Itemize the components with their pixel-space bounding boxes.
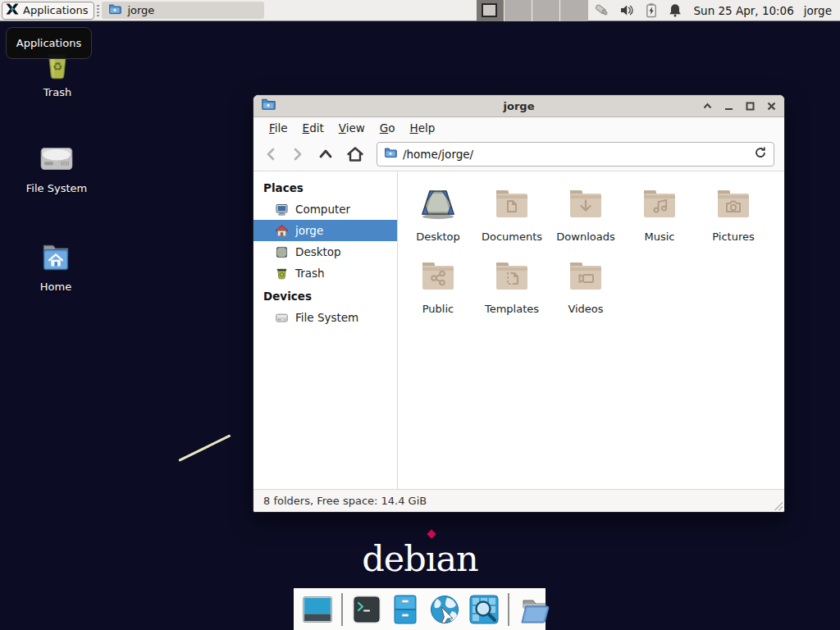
applications-tooltip-text: Applications (16, 37, 81, 49)
back-button[interactable] (263, 146, 278, 162)
toolbar: /home/jorge/ (253, 138, 784, 171)
reload-icon[interactable] (754, 146, 767, 162)
file-item-documents-label: Documents (482, 231, 542, 243)
file-view[interactable]: Desktop Documents (398, 171, 784, 489)
file-item-music-label: Music (645, 231, 675, 243)
sidebar-item-trash[interactable]: Trash (253, 262, 397, 284)
sidebar-item-computer-label: Computer (295, 203, 350, 216)
folder-video-icon (566, 256, 605, 295)
up-button[interactable] (317, 146, 334, 162)
window-controls (702, 101, 777, 112)
forward-button[interactable] (290, 146, 305, 162)
trash-mini-icon (275, 267, 289, 281)
file-item-public[interactable]: Public (401, 256, 475, 315)
path-folder-icon (384, 146, 397, 162)
sidebar-item-file-system-label: File System (295, 311, 358, 324)
debian-logo-left: deb (362, 538, 426, 579)
file-item-downloads-label: Downloads (556, 231, 614, 243)
system-tray (595, 2, 682, 18)
taskbar-window-label: jorge (127, 4, 154, 16)
file-cabinet-icon[interactable] (389, 593, 422, 626)
sidebar-item-desktop[interactable]: Desktop (253, 241, 397, 262)
desktop-icon-home-label: Home (11, 281, 101, 293)
menubar: File Edit View Go Help (253, 117, 784, 138)
hard-drive-mini-icon (275, 311, 289, 325)
statusbar-text: 8 folders, Free space: 14.4 GiB (263, 495, 427, 507)
file-item-documents[interactable]: Documents (475, 184, 549, 243)
workspace-window-preview (482, 3, 497, 17)
debian-logo: debıan (0, 541, 840, 577)
xorg-logo-icon (6, 2, 19, 18)
file-item-pictures-label: Pictures (712, 231, 754, 243)
file-item-videos[interactable]: Videos (549, 256, 623, 315)
desktop-mini-icon (275, 245, 289, 259)
close-button[interactable] (766, 101, 777, 112)
file-item-templates[interactable]: Templates (475, 256, 549, 315)
shade-button[interactable] (702, 101, 713, 112)
workspace-3[interactable] (532, 0, 560, 21)
workspace-1[interactable] (477, 0, 504, 21)
file-item-public-label: Public (422, 303, 454, 315)
path-input[interactable]: /home/jorge/ (403, 148, 748, 161)
debian-logo-right: an (436, 538, 477, 579)
resize-grip[interactable] (773, 500, 783, 510)
window-folder-icon[interactable] (261, 97, 276, 115)
menu-go[interactable]: Go (372, 121, 403, 135)
file-item-music[interactable]: Music (623, 184, 696, 243)
folder-document-icon (492, 184, 532, 223)
web-browser-icon[interactable] (427, 593, 462, 626)
workspace-4[interactable] (560, 0, 588, 21)
svg-text:♻: ♻ (52, 60, 62, 73)
home-folder-icon (11, 239, 101, 276)
computer-icon (275, 203, 289, 217)
workspace-switcher (477, 0, 588, 21)
folder-camera-icon (714, 184, 753, 223)
sidebar-item-file-system[interactable]: File System (253, 307, 397, 328)
applications-menu-button[interactable]: Applications (2, 2, 94, 20)
battery-charging-icon[interactable] (644, 2, 659, 18)
file-item-templates-label: Templates (485, 303, 539, 315)
workspace-2[interactable] (504, 0, 532, 21)
panel-clock[interactable]: Sun 25 Apr, 10:06 (694, 4, 794, 17)
show-desktop-icon[interactable] (301, 593, 334, 626)
dock-separator-2 (508, 593, 509, 626)
folder-share-icon (418, 256, 458, 295)
path-bar[interactable]: /home/jorge/ (377, 142, 774, 167)
file-manager-folder-icon[interactable] (517, 593, 551, 626)
volume-icon[interactable] (619, 2, 635, 18)
sidebar-item-computer[interactable]: Computer (253, 199, 397, 220)
sidebar-item-jorge[interactable]: jorge (253, 220, 397, 241)
desktop-icon-home[interactable]: Home (11, 239, 101, 293)
panel-separator-grip (97, 5, 99, 16)
panel-username-button[interactable]: jorge (804, 4, 832, 17)
home-button[interactable] (346, 146, 364, 162)
sidebar-places-header: Places (253, 176, 397, 199)
sidebar: Places Computer (253, 171, 398, 489)
menu-file[interactable]: File (262, 121, 295, 135)
menu-view[interactable]: View (331, 121, 372, 135)
minimize-button[interactable] (724, 101, 734, 112)
folder-music-icon (640, 184, 679, 223)
terminal-icon[interactable] (350, 593, 383, 626)
file-item-downloads[interactable]: Downloads (549, 184, 623, 243)
desktop-icon-file-system[interactable]: File System (11, 140, 102, 194)
file-item-pictures[interactable]: Pictures (696, 184, 770, 243)
debian-logo-i-diamond: ı (426, 538, 436, 579)
app-finder-icon[interactable] (468, 593, 500, 626)
applications-tooltip: Applications (6, 27, 92, 59)
sidebar-item-trash-label: Trash (295, 267, 325, 280)
home-icon (275, 224, 289, 238)
desktop-icon-trash-label: Trash (12, 86, 103, 98)
hard-drive-icon (11, 140, 102, 178)
file-item-desktop[interactable]: Desktop (401, 184, 475, 243)
stylus-icon[interactable] (595, 2, 610, 18)
menu-help[interactable]: Help (403, 121, 443, 135)
window-titlebar[interactable]: jorge (253, 95, 784, 117)
menu-edit[interactable]: Edit (295, 121, 331, 135)
folder-icon (108, 2, 121, 18)
sidebar-item-jorge-label: jorge (295, 224, 323, 237)
notifications-bell-icon[interactable] (668, 2, 682, 18)
maximize-button[interactable] (745, 101, 756, 112)
taskbar-window-button[interactable]: jorge (102, 2, 264, 19)
file-manager-window: jorge File Edit View Go Help (253, 94, 785, 513)
